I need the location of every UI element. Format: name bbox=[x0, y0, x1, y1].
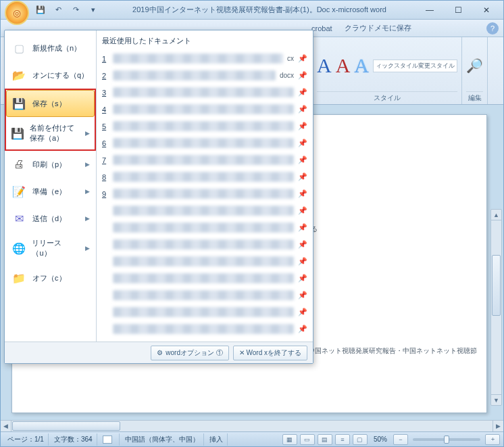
menu-save[interactable]: 💾 保存（s） bbox=[6, 90, 95, 117]
pin-icon[interactable]: 📌 bbox=[298, 223, 307, 232]
recent-document-item[interactable]: 2docx📌 bbox=[102, 67, 307, 84]
pin-icon[interactable]: 📌 bbox=[298, 257, 307, 266]
zoom-out-button[interactable]: − bbox=[393, 434, 408, 445]
pin-icon[interactable]: 📌 bbox=[298, 240, 307, 249]
recent-item-name-redacted bbox=[113, 239, 294, 250]
pin-icon[interactable]: 📌 bbox=[298, 54, 307, 63]
vscroll-thumb[interactable] bbox=[492, 255, 501, 316]
pin-icon[interactable]: 📌 bbox=[298, 105, 307, 114]
status-page[interactable]: ページ：1/1 bbox=[3, 433, 49, 446]
recent-item-name-redacted bbox=[113, 155, 294, 165]
menu-label: リリース（u） bbox=[32, 238, 80, 258]
recent-document-item[interactable]: 📌 bbox=[102, 202, 307, 219]
recent-item-name-redacted bbox=[113, 53, 283, 64]
pin-icon[interactable]: 📌 bbox=[298, 189, 307, 198]
scroll-up-button[interactable]: ▲ bbox=[491, 210, 501, 220]
exit-word-button[interactable]: ✕ Word xを終了する bbox=[233, 346, 307, 360]
status-proofing[interactable] bbox=[99, 433, 120, 446]
style-preset-1[interactable]: A bbox=[317, 54, 332, 77]
recent-document-item[interactable]: 📌 bbox=[102, 321, 307, 337]
redo-icon: ↷ bbox=[73, 5, 79, 14]
recent-document-item[interactable]: 📌 bbox=[102, 270, 307, 287]
view-web-layout-button[interactable]: ▤ bbox=[318, 434, 332, 445]
zoom-percent[interactable]: 50% bbox=[370, 433, 391, 446]
pin-icon[interactable]: 📌 bbox=[298, 156, 307, 164]
menu-print[interactable]: 🖨 印刷（p） ▶ bbox=[6, 151, 95, 178]
menu-label: 準備（e） bbox=[32, 187, 66, 197]
zoom-slider-thumb[interactable] bbox=[444, 436, 449, 444]
recent-document-item[interactable]: 📌 bbox=[102, 219, 307, 236]
recent-document-item[interactable]: 3📌 bbox=[102, 84, 307, 101]
pin-icon[interactable]: 📌 bbox=[298, 308, 307, 316]
pin-icon[interactable]: 📌 bbox=[298, 274, 307, 283]
recent-document-item[interactable]: 📌 bbox=[102, 236, 307, 253]
status-insert-mode[interactable]: 挿入 bbox=[205, 433, 228, 446]
recent-document-item[interactable]: 📌 bbox=[102, 304, 307, 321]
recent-document-item[interactable]: 8📌 bbox=[102, 168, 307, 185]
vertical-scrollbar[interactable]: ▲ ▼ bbox=[490, 209, 502, 406]
hscroll-thumb[interactable] bbox=[12, 421, 120, 431]
menu-label: オフ（c） bbox=[32, 273, 66, 283]
recent-document-item[interactable]: 📌 bbox=[102, 253, 307, 270]
menu-send[interactable]: ✉ 送信（d） ▶ bbox=[6, 205, 95, 232]
style-preset-2[interactable]: A bbox=[336, 54, 351, 77]
tab-cloud-save[interactable]: クラウドメモに保存 bbox=[345, 23, 411, 33]
chevron-right-icon: ▶ bbox=[85, 215, 90, 222]
pin-icon[interactable]: 📌 bbox=[298, 139, 307, 147]
prepare-icon: 📝 bbox=[11, 184, 27, 199]
status-language[interactable]: 中国語（簡体字、中国） bbox=[121, 433, 204, 446]
menu-publish[interactable]: 🌐 リリース（u） ▶ bbox=[6, 232, 95, 264]
view-full-screen-button[interactable]: ▭ bbox=[300, 434, 315, 445]
word-options-button[interactable]: ⚙wordオプション ① bbox=[151, 346, 228, 360]
window-minimize-button[interactable]: — bbox=[418, 4, 441, 16]
recent-document-item[interactable]: 4📌 bbox=[102, 101, 307, 118]
menu-save-as[interactable]: 💾 名前を付けて保存（a） ▶ bbox=[6, 117, 95, 149]
pin-icon[interactable]: 📌 bbox=[298, 88, 307, 97]
menu-close[interactable]: 📁 オフ（c） bbox=[6, 264, 95, 291]
menu-open[interactable]: 📂 オンにする（q） bbox=[6, 62, 95, 89]
qat-customize-button[interactable]: ▾ bbox=[86, 3, 101, 17]
save-disk-icon: 💾 bbox=[11, 96, 27, 111]
scroll-left-button[interactable]: ◀ bbox=[1, 421, 11, 431]
find-icon[interactable]: 🔎 bbox=[466, 57, 483, 74]
window-maximize-button[interactable]: ☐ bbox=[447, 4, 470, 16]
scroll-right-button[interactable]: ▶ bbox=[493, 421, 503, 431]
pin-icon[interactable]: 📌 bbox=[298, 122, 307, 131]
recent-document-item[interactable]: 5📌 bbox=[102, 118, 307, 135]
view-draft-button[interactable]: ▢ bbox=[353, 434, 368, 445]
recent-document-item[interactable]: 1cx📌 bbox=[102, 50, 307, 67]
recent-item-name-redacted bbox=[113, 290, 294, 300]
vscroll-track[interactable] bbox=[491, 220, 501, 394]
recent-item-name-redacted bbox=[113, 87, 294, 97]
zoom-slider[interactable] bbox=[413, 438, 480, 441]
menu-prepare[interactable]: 📝 準備（e） ▶ bbox=[6, 178, 95, 205]
horizontal-scrollbar[interactable]: ◀ ▶ bbox=[1, 420, 503, 431]
menu-new[interactable]: ▢ 新規作成（n） bbox=[6, 34, 95, 62]
tab-acrobat[interactable]: crobat bbox=[311, 24, 332, 32]
pin-icon[interactable]: 📌 bbox=[298, 71, 307, 80]
pin-icon[interactable]: 📌 bbox=[298, 291, 307, 300]
qat-save-button[interactable]: 💾 bbox=[33, 3, 48, 17]
office-button[interactable]: ◎ bbox=[5, 1, 29, 25]
window-close-button[interactable]: ✕ bbox=[475, 4, 498, 16]
recent-document-item[interactable]: 6📌 bbox=[102, 135, 307, 151]
undo-icon: ↶ bbox=[55, 5, 61, 14]
help-button[interactable]: ? bbox=[486, 22, 499, 34]
recent-item-name-redacted bbox=[113, 206, 294, 216]
style-preset-3[interactable]: A bbox=[354, 54, 369, 77]
qat-redo-button[interactable]: ↷ bbox=[68, 3, 83, 17]
change-styles-button[interactable]: ィックスタイル変更スタイル bbox=[373, 60, 457, 72]
view-print-layout-button[interactable]: ▦ bbox=[282, 434, 297, 445]
recent-document-item[interactable]: 📌 bbox=[102, 287, 307, 304]
pin-icon[interactable]: 📌 bbox=[298, 206, 307, 215]
pin-icon[interactable]: 📌 bbox=[298, 325, 307, 333]
scroll-down-button[interactable]: ▼ bbox=[491, 394, 501, 405]
recent-document-item[interactable]: 7📌 bbox=[102, 151, 307, 168]
status-word-count[interactable]: 文字数：364 bbox=[50, 433, 97, 446]
qat-undo-button[interactable]: ↶ bbox=[51, 3, 66, 17]
hscroll-track[interactable] bbox=[11, 421, 493, 431]
pin-icon[interactable]: 📌 bbox=[298, 172, 307, 181]
zoom-in-button[interactable]: ＋ bbox=[485, 434, 500, 445]
recent-document-item[interactable]: 9📌 bbox=[102, 185, 307, 202]
view-outline-button[interactable]: ≡ bbox=[335, 434, 350, 445]
